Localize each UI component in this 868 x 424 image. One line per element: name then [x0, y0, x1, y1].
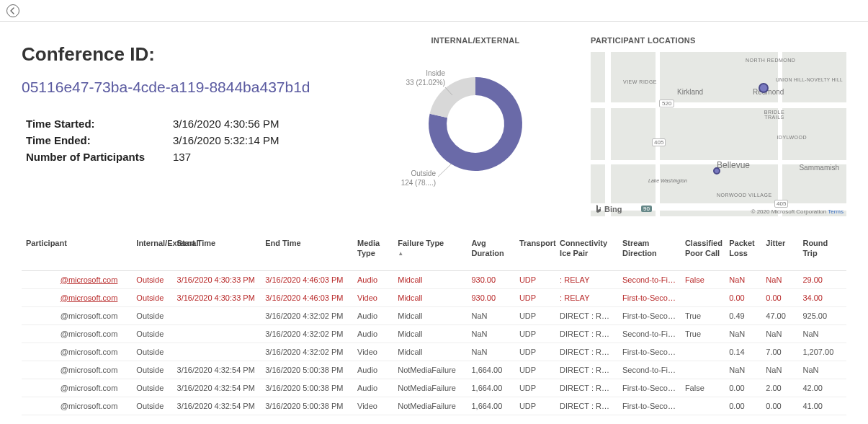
svg-line-2 [438, 164, 452, 177]
cell-conn: DIRECT : RELAY [555, 361, 618, 379]
cell-avg_dur: 1,664.00 [467, 361, 514, 379]
table-row[interactable]: @microsoft.comOutside3/16/2020 4:32:02 P… [22, 343, 846, 361]
cell-int_ext: Outside [132, 343, 172, 361]
cell-transport: UDP [515, 343, 555, 361]
col-end-time[interactable]: End Time [261, 234, 353, 270]
cell-avg_dur: NaN [467, 343, 514, 361]
summary-panel: Conference ID: 05116e47-73ba-4cde-a119-8… [22, 36, 360, 216]
sort-asc-icon: ▲ [398, 250, 462, 257]
table-row[interactable]: @microsoft.comOutside3/16/2020 4:30:33 P… [22, 270, 846, 288]
cell-int_ext: Outside [132, 397, 172, 415]
cell-conn: : RELAY [555, 288, 618, 306]
map-north-redmond: NORTH REDMOND [746, 58, 795, 63]
cell-participant: @microsoft.com [22, 361, 132, 379]
top-bar [0, 0, 868, 22]
cell-conn: DIRECT : RELAY [555, 379, 618, 397]
col-participant[interactable]: Participant [22, 234, 132, 270]
col-jitter[interactable]: Jitter [761, 234, 798, 270]
col-classified-poor-call[interactable]: Classified Poor Call [681, 234, 725, 270]
participant-locations-title: PARTICIPANT LOCATIONS [591, 36, 846, 45]
cell-start [173, 324, 261, 343]
cell-jitter: NaN [761, 324, 798, 343]
cell-end: 3/16/2020 4:32:02 PM [261, 306, 353, 324]
cell-classified: False [681, 379, 725, 397]
map-terms-link[interactable]: Terms [828, 208, 844, 215]
cell-failure: NotMediaFailure [393, 361, 467, 379]
cell-rtt: 29.00 [798, 270, 846, 288]
col-avg-duration[interactable]: Avg Duration [467, 234, 514, 270]
svg-point-0 [7, 4, 19, 17]
cell-transport: UDP [515, 379, 555, 397]
col-round-trip[interactable]: Round Trip [798, 234, 846, 270]
cell-end: 3/16/2020 4:46:03 PM [261, 270, 353, 288]
map-pin [759, 83, 769, 93]
cell-stream: First-to-Second [618, 379, 681, 397]
map-credit: © 2020 Microsoft Corporation Terms [751, 208, 844, 215]
cell-packet: NaN [725, 324, 761, 343]
map-hwy-90: 90 [641, 206, 652, 212]
cell-start: 3/16/2020 4:32:54 PM [173, 361, 261, 379]
col-transport[interactable]: Transport [515, 234, 555, 270]
cell-media: Video [353, 397, 393, 415]
cell-media: Audio [353, 270, 393, 288]
col-connectivity-ice-pair[interactable]: Connectivity Ice Pair [555, 234, 618, 270]
table-row[interactable]: @microsoft.comOutside3/16/2020 4:32:02 P… [22, 306, 846, 324]
cell-end: 3/16/2020 4:46:03 PM [261, 288, 353, 306]
participants-table: Participant Internal/External Start Time… [22, 234, 846, 415]
map-city-bellevue: Bellevue [717, 160, 750, 170]
cell-classified [681, 288, 725, 306]
cell-int_ext: Outside [132, 324, 172, 343]
internal-external-panel: INTERNAL/EXTERNAL Inside 33 (21.02%) [382, 36, 569, 216]
table-row[interactable]: @microsoft.comOutside3/16/2020 4:32:02 P… [22, 324, 846, 343]
conference-id-label: Conference ID: [22, 43, 360, 66]
cell-stream: Second-to-First [618, 270, 681, 288]
time-started-label: Time Started: [22, 118, 173, 130]
cell-jitter: 2.00 [761, 379, 798, 397]
cell-participant: @microsoft.com [22, 306, 132, 324]
table-row[interactable]: @microsoft.comOutside3/16/2020 4:32:54 P… [22, 361, 846, 379]
table-row[interactable]: @microsoft.comOutside3/16/2020 4:30:33 P… [22, 288, 846, 306]
cell-int_ext: Outside [132, 379, 172, 397]
cell-transport: UDP [515, 288, 555, 306]
cell-classified [681, 343, 725, 361]
cell-classified: True [681, 306, 725, 324]
col-stream-direction[interactable]: Stream Direction [618, 234, 681, 270]
cell-classified [681, 397, 725, 415]
map-city-viewridge: VIEW RIDGE [623, 79, 657, 84]
cell-avg_dur: 930.00 [467, 288, 514, 306]
cell-int_ext: Outside [132, 306, 172, 324]
map[interactable]: Kirkland Redmond Bellevue Sammamish VIEW… [591, 52, 846, 216]
col-failure-type[interactable]: Failure Type ▲ [393, 234, 467, 270]
cell-failure: NotMediaFailure [393, 397, 467, 415]
cell-media: Audio [353, 306, 393, 324]
cell-media: Audio [353, 379, 393, 397]
col-media-type[interactable]: Media Type [353, 234, 393, 270]
donut-outside-value: 124 (78....) [401, 179, 436, 187]
cell-start [173, 306, 261, 324]
map-norwood: NORWOOD VILLAGE [717, 193, 772, 198]
cell-classified [681, 361, 725, 379]
col-internal-external[interactable]: Internal/External [132, 234, 172, 270]
cell-participant: @microsoft.com [22, 270, 132, 288]
cell-failure: Midcall [393, 288, 467, 306]
cell-avg_dur: NaN [467, 306, 514, 324]
cell-stream: Second-to-First [618, 361, 681, 379]
cell-int_ext: Outside [132, 270, 172, 288]
internal-external-title: INTERNAL/EXTERNAL [382, 36, 569, 45]
cell-classified: True [681, 324, 725, 343]
cell-rtt: 925.00 [798, 306, 846, 324]
table-row[interactable]: @microsoft.comOutside3/16/2020 4:32:54 P… [22, 397, 846, 415]
col-start-time[interactable]: Start Time [173, 234, 261, 270]
cell-start: 3/16/2020 4:32:54 PM [173, 379, 261, 397]
donut-chart[interactable]: Inside 33 (21.02%) Outside 124 (78.... [418, 56, 533, 195]
cell-start: 3/16/2020 4:30:33 PM [173, 270, 261, 288]
cell-int_ext: Outside [132, 288, 172, 306]
donut-inside-name: Inside [426, 69, 445, 77]
cell-transport: UDP [515, 361, 555, 379]
donut-outside-name: Outside [411, 169, 436, 177]
participants-label: Number of Participants [22, 151, 173, 163]
cell-media: Audio [353, 324, 393, 343]
col-packet-loss[interactable]: Packet Loss [725, 234, 761, 270]
back-icon[interactable] [6, 4, 20, 18]
table-row[interactable]: @microsoft.comOutside3/16/2020 4:32:54 P… [22, 379, 846, 397]
